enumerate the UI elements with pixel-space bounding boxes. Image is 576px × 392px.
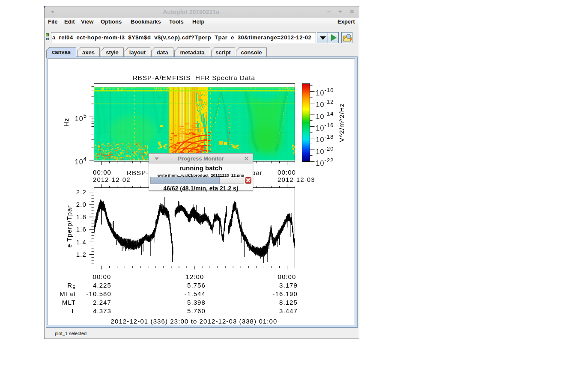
svg-text:10-10: 10-10 xyxy=(316,87,334,97)
svg-text:104: 104 xyxy=(75,156,87,166)
svg-text:105: 105 xyxy=(75,113,87,122)
svg-text:1.8: 1.8 xyxy=(76,213,87,220)
svg-text:10-16: 10-16 xyxy=(316,122,334,132)
svg-text:5.760: 5.760 xyxy=(187,307,206,315)
svg-text:RBSP-A/EMFISIS HFR Spectra Da: RBSP-A/EMFISIS HFR Spectra Data xyxy=(133,74,255,81)
svg-text:2012-12-01 (336) 23:00 to 2012: 2012-12-01 (336) 23:00 to 2012-12-03 (33… xyxy=(111,318,278,325)
svg-text:2012-12-02: 2012-12-02 xyxy=(93,176,131,183)
svg-text:Hz: Hz xyxy=(63,118,70,127)
svg-text:10-22: 10-22 xyxy=(316,157,334,167)
svg-text:8.125: 8.125 xyxy=(279,299,298,306)
svg-text:4.373: 4.373 xyxy=(93,307,111,315)
svg-text:-16.190: -16.190 xyxy=(272,290,298,297)
svg-text:MLT: MLT xyxy=(62,299,76,306)
svg-text:RE: RE xyxy=(67,282,76,290)
svg-text:00:00: 00:00 xyxy=(93,273,111,280)
svg-text:12:00: 12:00 xyxy=(185,273,204,280)
svg-text:L: L xyxy=(72,307,76,315)
svg-text:-1.544: -1.544 xyxy=(185,290,206,297)
svg-text:3.179: 3.179 xyxy=(279,282,298,289)
svg-text:-10.580: -10.580 xyxy=(86,290,111,297)
svg-text:3.447: 3.447 xyxy=(279,307,298,315)
svg-text:2.247: 2.247 xyxy=(93,299,111,306)
svg-text:1.2: 1.2 xyxy=(76,251,87,258)
svg-text:00:00: 00:00 xyxy=(278,169,296,176)
svg-text:1.6: 1.6 xyxy=(76,226,87,233)
svg-text:2012-12-03: 2012-12-03 xyxy=(278,176,315,183)
svg-text:MLat: MLat xyxy=(60,290,76,297)
svg-text:1.4: 1.4 xyxy=(76,238,87,246)
svg-text:10-12: 10-12 xyxy=(316,98,334,108)
svg-text:10-20: 10-20 xyxy=(316,146,334,155)
svg-text:2.0: 2.0 xyxy=(76,201,87,208)
svg-text:5.756: 5.756 xyxy=(187,282,206,289)
svg-text:V^2/m^2/Hz: V^2/m^2/Hz xyxy=(338,103,345,142)
svg-text:00:00: 00:00 xyxy=(93,169,111,176)
svg-text:e Tperp/Tpar: e Tperp/Tpar xyxy=(66,205,73,248)
svg-text:00:00: 00:00 xyxy=(278,273,296,280)
svg-text:5.398: 5.398 xyxy=(187,299,206,306)
svg-text:4.225: 4.225 xyxy=(93,282,111,289)
svg-text:10-18: 10-18 xyxy=(316,134,334,143)
svg-text:2.2: 2.2 xyxy=(76,188,87,196)
svg-text:10-14: 10-14 xyxy=(316,110,334,120)
